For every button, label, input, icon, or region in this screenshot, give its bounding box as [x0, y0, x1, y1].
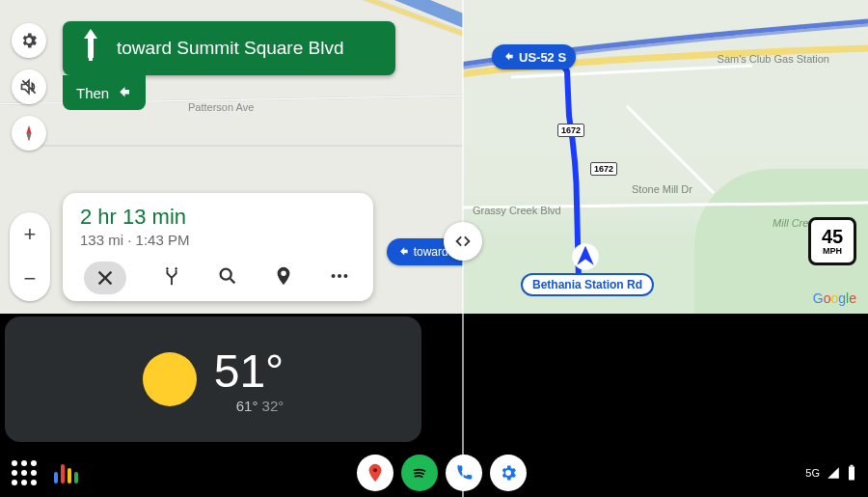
speed-limit-sign: 45 MPH — [808, 217, 856, 265]
alt-routes-button[interactable] — [161, 265, 182, 290]
compass-icon — [19, 124, 39, 143]
poi-label: Grassy Creek Blvd — [473, 205, 561, 216]
battery-icon — [847, 464, 856, 482]
app-drawer-button[interactable] — [12, 460, 37, 485]
left-map[interactable]: Patterson Ave toward Summit Square Blvd … — [0, 0, 463, 314]
poi-label: Sam's Club Gas Station — [718, 53, 829, 65]
compass-button[interactable] — [12, 116, 46, 151]
gear-icon — [499, 463, 518, 483]
split-handle[interactable] — [444, 222, 482, 261]
turn-left-icon — [115, 84, 132, 101]
svg-point-3 — [338, 274, 341, 278]
more-icon — [329, 265, 350, 287]
close-icon — [95, 267, 116, 289]
assistant-button[interactable] — [54, 462, 78, 483]
right-map[interactable]: US-52 S 1672 1672 Grassy Creek Blvd Ston… — [463, 0, 868, 314]
maps-icon — [365, 462, 386, 483]
eta-subtext: 133 mi · 1:43 PM — [80, 232, 356, 248]
mute-button[interactable] — [12, 69, 46, 104]
mute-icon — [19, 77, 39, 97]
svg-point-10 — [373, 468, 377, 472]
search-button[interactable] — [217, 265, 238, 290]
eta-card[interactable]: 2 hr 13 min 133 mi · 1:43 PM — [63, 193, 373, 301]
next-step-pill[interactable]: Then — [63, 75, 146, 110]
spotify-app-button[interactable] — [401, 455, 438, 491]
weather-card[interactable]: 51° 61° 32° — [5, 317, 421, 442]
road-line — [39, 145, 463, 147]
phone-app-button[interactable] — [446, 455, 482, 491]
navigation-cursor-icon — [571, 242, 600, 275]
network-label: 5G — [805, 467, 820, 479]
navigation-direction-card[interactable]: toward Summit Square Blvd — [63, 21, 395, 75]
svg-point-4 — [343, 274, 347, 278]
settings-button[interactable] — [12, 23, 46, 58]
bottom-nav-bar: 5G — [0, 449, 868, 497]
pin-icon — [273, 265, 294, 287]
direction-text: toward Summit Square Blvd — [117, 38, 344, 59]
fork-icon — [161, 265, 182, 287]
sunny-icon — [143, 352, 197, 406]
svg-point-2 — [332, 274, 336, 278]
eta-duration: 2 hr 13 min — [80, 205, 356, 230]
straight-arrow-icon — [74, 29, 107, 68]
spotify-icon — [409, 462, 430, 483]
settings-app-button[interactable] — [490, 455, 527, 491]
more-button[interactable] — [329, 265, 350, 290]
phone-icon — [454, 463, 474, 483]
high-low-temp: 61° 32° — [214, 398, 285, 414]
svg-rect-0 — [89, 58, 93, 61]
then-label: Then — [76, 85, 109, 101]
turn-left-icon — [396, 245, 410, 259]
google-logo: Google — [813, 290, 856, 306]
zoom-out-button[interactable]: − — [10, 257, 50, 301]
poi-label: Stone Mill Dr — [632, 183, 692, 195]
zoom-control: + − — [10, 212, 50, 301]
place-pin-button[interactable] — [273, 265, 294, 290]
gear-icon — [19, 31, 39, 50]
road-shield: 1672 — [590, 162, 617, 176]
maps-app-button[interactable] — [357, 455, 393, 491]
search-icon — [217, 265, 238, 287]
svg-rect-11 — [849, 466, 854, 480]
svg-point-1 — [221, 269, 231, 280]
chevrons-icon — [452, 231, 474, 252]
turn-left-icon — [502, 50, 515, 64]
route-badge[interactable]: US-52 S — [492, 44, 576, 69]
current-temp: 51° — [214, 345, 285, 398]
street-label: Patterson Ave — [188, 101, 254, 113]
status-area: 5G — [805, 464, 856, 482]
svg-rect-12 — [851, 465, 854, 467]
current-road-chip: Bethania Station Rd — [521, 273, 654, 296]
signal-icon — [826, 466, 841, 480]
close-button[interactable] — [84, 262, 126, 294]
zoom-in-button[interactable]: + — [10, 212, 50, 257]
road-shield: 1672 — [557, 124, 584, 137]
